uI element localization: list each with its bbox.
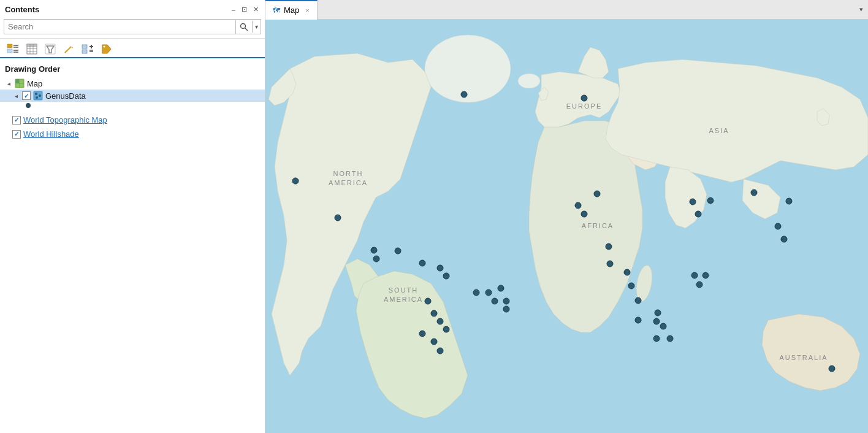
tab-close-btn[interactable]: ×: [305, 7, 309, 14]
table-icon: [26, 44, 37, 55]
tree-label-genusdata: GenusData: [45, 91, 86, 101]
svg-marker-15: [47, 46, 54, 53]
svg-point-54: [419, 260, 425, 266]
list-layers-icon: [7, 44, 19, 55]
svg-rect-20: [82, 50, 87, 53]
svg-point-85: [696, 282, 702, 288]
filter-icon: [45, 44, 56, 55]
header-icons: – ⊡ ✕: [230, 5, 260, 14]
svg-point-91: [786, 198, 792, 204]
dot-symbol: [26, 103, 31, 108]
list-layers-btn[interactable]: [4, 41, 22, 57]
svg-point-26: [104, 46, 105, 48]
svg-point-90: [751, 190, 757, 196]
svg-point-83: [667, 335, 673, 342]
svg-point-66: [492, 298, 498, 304]
svg-point-92: [775, 223, 781, 229]
search-dropdown-btn[interactable]: ▾: [252, 21, 261, 33]
svg-marker-17: [71, 47, 73, 48]
svg-point-57: [425, 298, 431, 304]
add-layer-btn[interactable]: [78, 41, 97, 57]
svg-point-34: [36, 96, 38, 99]
svg-point-37: [518, 74, 540, 88]
close-button[interactable]: ✕: [252, 5, 260, 14]
collapse-map[interactable]: ◂: [5, 80, 12, 87]
tree-item-worldtopo[interactable]: World Topographic Map: [0, 114, 265, 126]
svg-point-59: [437, 318, 443, 324]
svg-point-94: [829, 366, 835, 372]
toolbar: [0, 39, 265, 58]
edit-icon: [63, 44, 74, 55]
svg-rect-9: [27, 44, 37, 47]
svg-point-60: [419, 331, 425, 337]
svg-point-65: [485, 289, 492, 296]
genusdata-icon: [33, 91, 43, 101]
tree-item-genusdata[interactable]: ◂ GenusData: [0, 90, 265, 102]
table-btn[interactable]: [23, 41, 40, 57]
svg-text:AFRICA: AFRICA: [582, 222, 614, 229]
svg-point-78: [635, 317, 641, 323]
svg-point-80: [653, 335, 660, 342]
svg-point-79: [653, 318, 660, 324]
svg-text:AUSTRALIA: AUSTRALIA: [779, 354, 828, 361]
tree-label-map: Map: [27, 79, 42, 88]
section-header: Drawing Order: [0, 62, 265, 77]
map-icon: [15, 79, 25, 88]
svg-point-88: [695, 211, 701, 217]
svg-point-73: [606, 243, 612, 250]
tag-btn[interactable]: [98, 41, 115, 57]
svg-point-0: [241, 23, 246, 28]
svg-point-77: [635, 297, 641, 304]
svg-point-52: [373, 256, 379, 262]
svg-point-69: [503, 306, 509, 312]
svg-point-87: [690, 199, 696, 205]
svg-text:SOUTH: SOUTH: [389, 286, 419, 294]
map-tabs: 🗺 Map × ▾: [265, 0, 868, 20]
world-map-svg: NORTH AMERICA EUROPE ASIA AFRICA SOUTH A…: [265, 20, 868, 433]
svg-point-36: [425, 35, 511, 102]
svg-point-82: [660, 323, 666, 329]
svg-text:EUROPE: EUROPE: [566, 102, 602, 110]
svg-point-61: [431, 339, 437, 345]
search-icon-btn[interactable]: [235, 20, 252, 34]
svg-point-48: [581, 95, 587, 101]
search-input[interactable]: [4, 20, 235, 34]
tree-item-worldhillshade[interactable]: World Hillshade: [0, 128, 265, 140]
map-tab-dropdown-btn[interactable]: ▾: [855, 0, 868, 20]
svg-point-76: [628, 283, 634, 289]
svg-point-67: [498, 285, 504, 291]
sidebar-header: Contents – ⊡ ✕ ▾: [0, 0, 265, 39]
tree-label-worldtopo[interactable]: World Topographic Map: [23, 115, 107, 125]
svg-point-81: [655, 310, 661, 316]
svg-point-68: [503, 298, 509, 304]
dock-button[interactable]: ⊡: [240, 5, 248, 14]
sidebar-title: Contents: [5, 5, 39, 14]
svg-point-89: [707, 197, 714, 204]
svg-point-50: [335, 215, 341, 221]
svg-point-55: [437, 265, 443, 271]
svg-rect-19: [82, 45, 87, 48]
svg-line-1: [245, 28, 248, 31]
svg-point-86: [702, 272, 709, 278]
svg-point-49: [292, 178, 299, 184]
map-tab[interactable]: 🗺 Map ×: [265, 0, 318, 20]
tree-item-map[interactable]: ◂ Map: [0, 77, 265, 90]
svg-point-51: [371, 247, 377, 253]
tree-label-worldhillshade[interactable]: World Hillshade: [23, 129, 79, 139]
tree-item-dot[interactable]: [0, 102, 265, 109]
svg-point-33: [39, 94, 41, 97]
svg-point-74: [607, 261, 613, 267]
pin-button[interactable]: –: [230, 6, 237, 14]
svg-text:ASIA: ASIA: [709, 127, 729, 134]
map-tab-label: Map: [284, 6, 299, 15]
collapse-genusdata[interactable]: ◂: [12, 93, 20, 99]
header-top: Contents – ⊡ ✕: [4, 2, 261, 17]
svg-text:AMERICA: AMERICA: [384, 296, 423, 303]
map-canvas[interactable]: NORTH AMERICA EUROPE ASIA AFRICA SOUTH A…: [265, 20, 868, 433]
edit-btn[interactable]: [60, 41, 77, 57]
checkbox-worldtopo[interactable]: [12, 116, 21, 125]
svg-point-58: [431, 310, 437, 316]
checkbox-genusdata[interactable]: [22, 91, 31, 100]
checkbox-worldhillshade[interactable]: [12, 130, 21, 139]
filter-btn[interactable]: [42, 41, 59, 57]
